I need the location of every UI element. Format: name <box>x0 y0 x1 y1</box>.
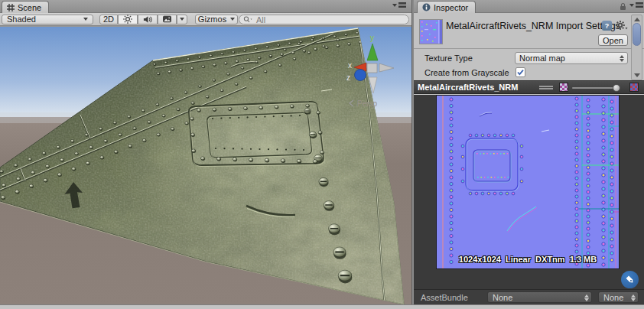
gizmo-center-cube[interactable] <box>367 63 377 73</box>
assetbundle-dropdown[interactable]: None <box>487 291 592 303</box>
import-settings-header: MetalAircraftRivets_NRM Import Settings … <box>414 13 644 49</box>
help-icon: ? <box>605 22 610 30</box>
scroll-down-icon[interactable] <box>634 73 640 77</box>
hatch-panel <box>189 102 324 167</box>
preview-area: 1024x1024 Linear DXTnm 1.3 MB <box>414 95 644 289</box>
chevron-down-icon <box>629 4 634 7</box>
scene-panel-menu[interactable] <box>392 2 406 8</box>
gizmos-dropdown[interactable]: Gizmos <box>195 15 238 24</box>
scrollbar-thumb[interactable] <box>633 23 641 46</box>
preview-info-text: 1024x1024 Linear DXTnm 1.3 MB <box>437 255 619 264</box>
popup-arrows-icon <box>620 55 624 62</box>
audio-toggle-button[interactable] <box>138 15 158 24</box>
gear-icon <box>616 21 628 31</box>
gizmo-projection-label[interactable]: Persp <box>357 99 378 108</box>
effects-toggle-button[interactable] <box>158 15 177 24</box>
lock-icon <box>619 2 627 11</box>
assetbundle-bar: AssetBundle None None <box>414 289 644 304</box>
lighting-toggle-button[interactable] <box>118 15 138 24</box>
open-button[interactable]: Open <box>598 34 628 46</box>
texture-type-label: Texture Type <box>424 54 473 63</box>
settings-button[interactable] <box>616 21 628 31</box>
preview-header[interactable]: MetalAircraftRivets_NRM <box>414 80 644 94</box>
popup-arrows-icon <box>584 294 589 301</box>
inspector-scrollbar[interactable] <box>631 15 642 80</box>
grayscale-label: Create from Grayscale <box>424 68 509 77</box>
inspector-tab-strip: Inspector <box>414 0 644 13</box>
inspector-panel: Inspector <box>414 0 644 304</box>
search-icon <box>243 16 254 23</box>
assetbundle-label: AssetBundle <box>421 293 468 302</box>
toggle-2d-label: 2D <box>103 15 114 24</box>
mip-slider[interactable] <box>572 87 618 89</box>
effects-dropdown[interactable] <box>177 15 187 24</box>
assetbundle-value: None <box>493 293 512 302</box>
scene-search-input[interactable]: All <box>239 15 409 24</box>
chevron-down-icon <box>392 4 397 7</box>
inspector-tab-label: Inspector <box>434 3 468 12</box>
gizmo-y-label: y <box>370 34 374 42</box>
assetbundle-tag-button[interactable] <box>621 271 639 288</box>
texture-type-value: Normal map <box>519 54 565 63</box>
rgb-channels-icon[interactable] <box>559 83 568 92</box>
draw-mode-dropdown[interactable]: Shaded <box>2 15 93 24</box>
gizmo-z-label: z <box>346 73 350 82</box>
texture-thumbnail <box>419 19 443 44</box>
grayscale-row: Create from Grayscale <box>414 67 633 80</box>
normal-map-preview: 1024x1024 Linear DXTnm 1.3 MB <box>436 95 620 269</box>
scene-toolbar: Shaded 2D <box>0 13 411 26</box>
gizmos-label: Gizmos <box>198 15 226 24</box>
chevron-down-icon <box>230 18 235 21</box>
inspector-panel-menu[interactable] <box>629 2 643 8</box>
toggle-2d-button[interactable]: 2D <box>99 15 118 24</box>
help-button[interactable]: ? <box>602 21 612 31</box>
texture-type-row: Texture Type Normal map <box>414 52 633 65</box>
scene-panel: Scene Shaded 2D <box>0 0 411 304</box>
image-icon <box>163 15 171 23</box>
variant-dropdown[interactable]: None <box>598 291 639 303</box>
info-icon <box>422 3 431 11</box>
gizmo-x-label: x <box>348 61 352 70</box>
chevron-down-icon <box>83 18 88 21</box>
speaker-icon <box>143 15 152 24</box>
mip-slider-knob[interactable] <box>613 84 620 92</box>
asset-title: MetalAircraftRivets_NRM Import Settings <box>446 21 628 33</box>
check-icon <box>516 68 525 76</box>
chevron-down-icon <box>180 18 184 21</box>
popup-arrows-icon <box>631 294 636 301</box>
lock-button[interactable] <box>619 2 627 12</box>
tag-icon <box>621 271 639 288</box>
unity-editor-window: Scene Shaded 2D <box>0 0 644 309</box>
menu-icon <box>636 2 643 8</box>
tab-scene[interactable]: Scene <box>2 1 49 13</box>
open-button-label: Open <box>603 36 623 45</box>
menu-icon <box>398 2 406 8</box>
tab-inspector[interactable]: Inspector <box>417 1 476 13</box>
scene-tab-strip: Scene <box>0 0 411 13</box>
scroll-up-icon[interactable] <box>634 18 640 21</box>
grayscale-checkbox[interactable] <box>516 67 525 77</box>
draw-mode-label: Shaded <box>7 15 36 24</box>
scene-tab-label: Scene <box>18 3 41 12</box>
status-strip <box>0 304 644 309</box>
gizmo-z-axis[interactable] <box>355 70 366 81</box>
texture-type-dropdown[interactable]: Normal map <box>515 52 628 64</box>
sun-icon <box>123 15 132 24</box>
variant-value: None <box>603 293 623 302</box>
preview-title: MetalAircraftRivets_NRM <box>418 83 538 92</box>
search-filter-label: All <box>256 15 265 24</box>
mipmap-icon[interactable] <box>629 83 639 92</box>
grid-icon <box>7 4 15 11</box>
drag-handle-icon[interactable] <box>539 86 553 89</box>
scene-viewport[interactable]: y x z Persp <box>0 27 411 304</box>
